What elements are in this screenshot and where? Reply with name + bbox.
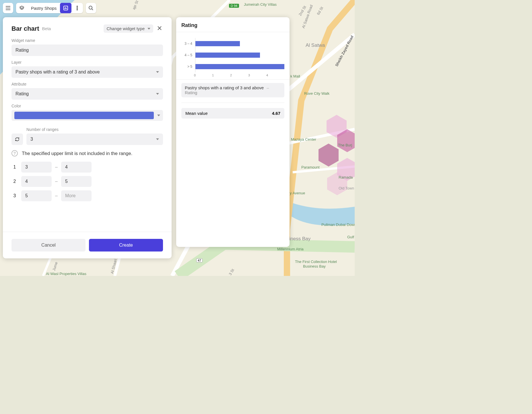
chart-bar — [195, 64, 284, 69]
range-row: 3– — [11, 190, 163, 201]
layers-icon — [19, 5, 24, 11]
preview-title: Rating — [176, 22, 290, 32]
range-to-input[interactable] — [61, 190, 92, 201]
hamburger-icon — [5, 6, 11, 10]
legend-layer: Pastry shops with a rating of 3 and abov… — [185, 85, 264, 90]
cancel-button[interactable]: Cancel — [11, 239, 86, 252]
axis-tick: 1 — [212, 73, 230, 77]
range-to-input[interactable] — [61, 162, 92, 173]
num-ranges-value: 3 — [30, 137, 33, 142]
bar-chart-icon — [63, 5, 68, 11]
search-icon — [88, 5, 94, 11]
axis-tick: 2 — [230, 73, 248, 77]
range-to-input[interactable] — [61, 176, 92, 187]
search-button[interactable] — [86, 3, 96, 13]
chevron-down-icon — [156, 138, 159, 140]
num-ranges-select[interactable]: 3 — [26, 134, 163, 145]
refresh-icon — [15, 137, 20, 142]
attribute-value: Rating — [15, 91, 29, 96]
chevron-down-icon — [156, 93, 159, 95]
color-select[interactable] — [11, 110, 163, 121]
project-toolbar: Pastry Shops — [16, 3, 83, 13]
axis-tick: 3 — [248, 73, 266, 77]
label-num-ranges: Number of ranges — [26, 127, 163, 132]
refresh-ranges-button[interactable] — [11, 134, 23, 145]
widget-editor-panel: Bar chart Beta Change widget type Widget… — [3, 17, 172, 258]
road-badge: D 94 — [229, 4, 239, 8]
range-row: 1– — [11, 162, 163, 173]
mean-value-row: Mean value 4.67 — [181, 108, 284, 119]
beta-badge: Beta — [42, 26, 51, 31]
svg-point-5 — [77, 9, 78, 10]
range-dash: – — [55, 179, 58, 184]
label-color: Color — [11, 104, 163, 108]
close-icon — [157, 26, 162, 30]
chevron-down-icon — [156, 71, 159, 73]
label-widget-name: Widget name — [11, 38, 163, 43]
chart-legend: Pastry shops with a rating of 3 and abov… — [181, 83, 284, 97]
chart-track — [195, 61, 284, 72]
chart-category-label: 3 – 4 — [181, 42, 195, 46]
color-swatch — [14, 112, 154, 119]
range-dash: – — [55, 193, 58, 198]
top-toolbar: Pastry Shops — [3, 3, 96, 13]
widgets-button[interactable] — [60, 3, 71, 13]
svg-point-6 — [89, 6, 92, 9]
bar-chart: 3 – 44 – 5> 501234 — [176, 32, 290, 80]
range-index: 2 — [11, 179, 18, 184]
layer-select[interactable]: Pastry shops with a rating of 3 and abov… — [11, 66, 163, 78]
create-button[interactable]: Create — [89, 239, 163, 252]
range-index: 3 — [11, 193, 18, 198]
change-widget-type-dropdown[interactable]: Change widget type — [104, 24, 153, 33]
chart-track — [195, 49, 284, 61]
chevron-down-icon — [157, 115, 160, 116]
axis-tick: 0 — [194, 73, 212, 77]
range-from-input[interactable] — [21, 176, 52, 187]
layer-value: Pastry shops with a rating of 3 and abov… — [15, 69, 100, 75]
stat-value: 4.67 — [272, 111, 280, 116]
menu-button[interactable] — [3, 3, 13, 13]
legend-dash: – — [267, 85, 269, 90]
legend-attribute: Rating — [185, 90, 281, 95]
project-name[interactable]: Pastry Shops — [28, 3, 60, 13]
help-icon: ? — [11, 150, 18, 156]
chart-category-label: 4 – 5 — [181, 53, 195, 57]
layers-button[interactable] — [16, 3, 28, 13]
more-button[interactable] — [71, 3, 83, 13]
close-button[interactable] — [156, 24, 163, 33]
change-widget-label: Change widget type — [106, 26, 145, 31]
stat-label: Mean value — [185, 111, 208, 116]
range-dash: – — [55, 165, 58, 170]
chart-track — [195, 38, 284, 49]
range-row: 2– — [11, 176, 163, 187]
chevron-down-icon — [147, 28, 150, 30]
hint-text: The specified upper limit is not include… — [22, 151, 132, 156]
svg-point-4 — [77, 7, 78, 8]
range-from-input[interactable] — [21, 162, 52, 173]
chart-bar — [195, 53, 260, 58]
widget-name-input[interactable] — [11, 45, 163, 56]
kebab-icon — [77, 6, 78, 10]
chart-x-axis: 01234 — [181, 73, 284, 77]
label-layer: Layer — [11, 60, 163, 65]
widget-preview-panel: Rating 3 – 44 – 5> 501234 Pastry shops w… — [176, 17, 290, 247]
svg-point-3 — [77, 6, 78, 7]
divider — [181, 102, 284, 103]
editor-title: Bar chart — [11, 25, 39, 32]
chart-bar — [195, 41, 240, 46]
chart-category-label: > 5 — [181, 65, 195, 69]
axis-tick: 4 — [266, 73, 284, 77]
map-marker: 47 — [196, 258, 203, 262]
range-index: 1 — [11, 165, 18, 170]
range-from-input[interactable] — [21, 190, 52, 201]
label-attribute: Attribute — [11, 82, 163, 86]
attribute-select[interactable]: Rating — [11, 88, 163, 100]
